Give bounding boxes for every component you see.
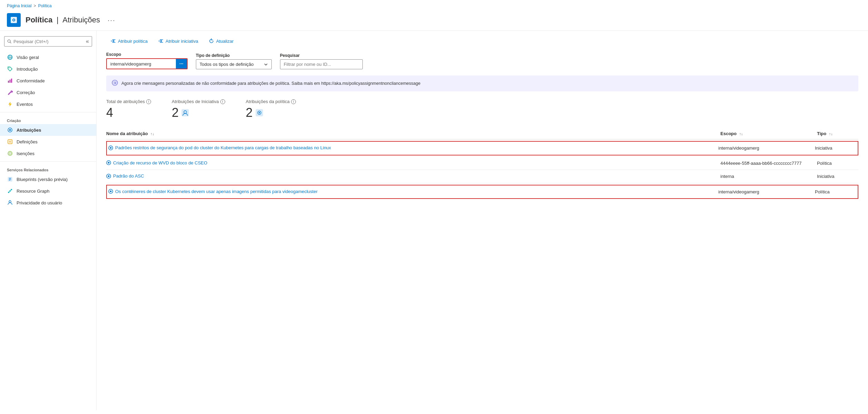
row1-link[interactable]: Padrões restritos de segurança do pod do… xyxy=(115,145,331,150)
row2-type: Política xyxy=(817,161,858,166)
row4-type: Política xyxy=(815,189,856,194)
sort-name-icon[interactable]: ↑↓ xyxy=(150,132,154,136)
stats: Total de atribuições i 4 Atribuições de … xyxy=(106,99,858,120)
sidebar-item-isencoes[interactable]: Isenções xyxy=(0,148,96,159)
sidebar-item-atribuicoes[interactable]: Atribuições xyxy=(0,124,96,136)
sidebar-item-definicoes[interactable]: Definições xyxy=(0,136,96,148)
info-icon-total[interactable]: i xyxy=(146,99,151,104)
svg-line-26 xyxy=(9,192,10,192)
svg-point-37 xyxy=(110,147,112,149)
svg-rect-16 xyxy=(9,141,11,143)
tipo-select[interactable]: Todos os tipos de definição xyxy=(196,59,272,69)
stat-iniciativa: Atribuições de Iniciativa i 2 xyxy=(172,99,225,120)
breadcrumb: Página Inicial > Política xyxy=(0,0,868,10)
atribuir-politica-button[interactable]: Atribuir política xyxy=(106,36,152,46)
person-icon xyxy=(7,200,13,206)
blueprint-icon xyxy=(7,176,13,182)
search-input[interactable] xyxy=(13,39,84,44)
stat-politica-value: 2 xyxy=(246,105,296,120)
pesquisar-label: Pesquisar xyxy=(280,53,363,58)
sidebar-item-conformidade[interactable]: Conformidade xyxy=(0,75,96,87)
svg-point-23 xyxy=(8,192,9,193)
row4-link[interactable]: Os contêineres de cluster Kubernetes dev… xyxy=(115,189,318,194)
stat-total-label: Total de atribuições i xyxy=(106,99,151,104)
isencoes-icon xyxy=(7,150,13,156)
toolbar: Atribuir política Atribuir iniciativa At… xyxy=(106,36,858,46)
sidebar-item-privacidade[interactable]: Privacidade do usuário xyxy=(0,197,96,209)
info-banner: Agora crie mensagens personalizadas de n… xyxy=(106,75,858,91)
filters: Escopo ··· Tipo de definição Todos os ti… xyxy=(106,52,858,69)
row1-type: Iniciativa xyxy=(815,145,856,151)
escopo-input[interactable] xyxy=(107,59,176,69)
main-content: Atribuir política Atribuir iniciativa At… xyxy=(97,31,868,410)
escopo-label: Escopo xyxy=(106,52,188,57)
svg-point-2 xyxy=(13,19,14,21)
sidebar-label-conformidade: Conformidade xyxy=(17,78,45,83)
pesquisar-input[interactable] xyxy=(280,59,363,69)
sidebar-item-resource-graph[interactable]: Resource Graph xyxy=(0,185,96,197)
tag-icon xyxy=(7,66,13,72)
sort-type-icon[interactable]: ↑↓ xyxy=(829,132,833,136)
sidebar-item-eventos[interactable]: Eventos xyxy=(0,98,96,110)
sidebar-item-correcao[interactable]: Correção xyxy=(0,87,96,98)
page-subtitle: Atribuições xyxy=(62,16,100,24)
svg-point-24 xyxy=(11,189,12,190)
breadcrumb-current[interactable]: Política xyxy=(38,3,51,8)
sidebar-item-visao-geral[interactable]: Visão geral xyxy=(0,51,96,63)
section-servicos: Serviços Relacionados xyxy=(0,164,96,173)
svg-rect-9 xyxy=(8,81,9,83)
more-options-button[interactable]: ··· xyxy=(108,16,116,24)
bolt-icon xyxy=(7,101,13,107)
search-icon xyxy=(7,39,11,44)
rocket-icon xyxy=(112,80,118,87)
svg-point-14 xyxy=(9,129,11,131)
info-banner-text: Agora crie mensagens personalizadas de n… xyxy=(121,81,420,86)
politica-badge-icon xyxy=(256,109,263,117)
table-row: Padrão do ASC interna Iniciativa xyxy=(106,170,858,183)
svg-point-39 xyxy=(108,162,110,164)
atribuir-politica-icon xyxy=(110,38,116,44)
definicoes-icon xyxy=(7,139,13,145)
iniciativa-badge-icon xyxy=(181,109,189,117)
row3-link[interactable]: Padrão do ASC xyxy=(113,173,144,179)
filter-tipo: Tipo de definição Todos os tipos de defi… xyxy=(196,53,272,69)
filter-pesquisar: Pesquisar xyxy=(280,53,363,69)
atribuir-iniciativa-button[interactable]: Atribuir iniciativa xyxy=(154,36,202,46)
table-row: Os contêineres de cluster Kubernetes dev… xyxy=(106,185,858,199)
row1-icon xyxy=(108,145,113,150)
row2-name: Criação de recurso de WVD do bloco de CS… xyxy=(106,160,720,166)
sidebar: « Visão geral Introdução Conformidade xyxy=(0,31,97,410)
row2-icon xyxy=(106,160,111,165)
sidebar-label-definicoes: Definições xyxy=(17,139,38,144)
table-row: Padrões restritos de segurança do pod do… xyxy=(106,141,858,155)
info-icon-politica[interactable]: i xyxy=(291,99,296,104)
chevron-down-icon xyxy=(264,62,268,67)
globe-icon xyxy=(7,54,13,60)
filter-escopo: Escopo ··· xyxy=(106,52,188,69)
breadcrumb-home[interactable]: Página Inicial xyxy=(7,3,31,8)
sidebar-label-visao-geral: Visão geral xyxy=(17,55,39,60)
page-title-group: Política | Atribuições xyxy=(26,16,100,24)
page-header: Política | Atribuições ··· xyxy=(0,10,868,31)
svg-point-17 xyxy=(8,151,12,155)
escopo-button[interactable]: ··· xyxy=(176,59,187,69)
col-type-header: Tipo ↑↓ xyxy=(817,131,858,136)
collapse-button[interactable]: « xyxy=(86,38,89,44)
row2-link[interactable]: Criação de recurso de WVD do bloco de CS… xyxy=(113,160,207,165)
sort-scope-icon[interactable]: ↑↓ xyxy=(739,132,743,136)
row2-scope: 4444eeee-55ff-aaaa-bb66-cccccccc7777 xyxy=(720,161,817,166)
info-icon-iniciativa[interactable]: i xyxy=(220,99,225,104)
sidebar-item-blueprints[interactable]: Blueprints (versão prévia) xyxy=(0,173,96,185)
breadcrumb-separator: > xyxy=(33,3,36,8)
col-name-header: Nome da atribuição ↑↓ xyxy=(106,131,720,136)
svg-marker-12 xyxy=(9,102,11,106)
atualizar-button[interactable]: Atualizar xyxy=(204,36,238,46)
sidebar-item-introducao[interactable]: Introdução xyxy=(0,63,96,75)
stat-politica-label: Atribuições da política i xyxy=(246,99,296,104)
svg-point-35 xyxy=(259,112,260,113)
sidebar-label-introducao: Introdução xyxy=(17,67,38,72)
svg-rect-11 xyxy=(11,79,12,83)
row4-scope: interna/videogamerg xyxy=(718,189,815,194)
row4-name: Os contêineres de cluster Kubernetes dev… xyxy=(108,189,718,195)
sidebar-label-blueprints: Blueprints (versão prévia) xyxy=(17,177,68,182)
